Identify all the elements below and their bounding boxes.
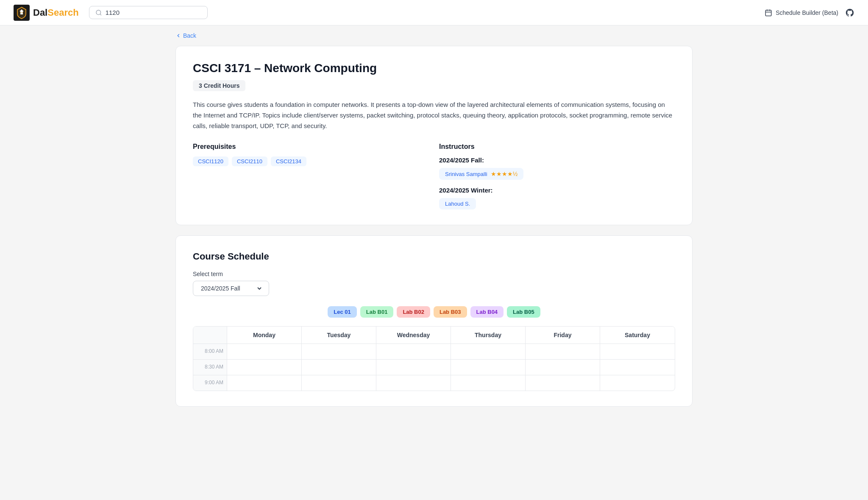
svg-rect-2 [765, 10, 771, 16]
calendar-icon [765, 9, 772, 17]
schedule-title: Course Schedule [193, 251, 675, 262]
chevron-left-icon [175, 33, 181, 39]
logo-text: DalSearch [33, 7, 79, 18]
course-info-card: CSCI 3171 – Network Computing 3 Credit H… [175, 46, 693, 225]
term-select-container: 2024/2025 Fall 2024/2025 Winter [193, 281, 269, 296]
prerequisites-section: Prerequisites CSCI1120 CSCI2110 CSCI2134 [193, 143, 429, 209]
cell-mon-800 [227, 344, 302, 359]
prereq-csci2134[interactable]: CSCI2134 [271, 156, 306, 166]
cell-fri-800 [526, 344, 600, 359]
time-800: 8:00 AM [193, 344, 227, 359]
section-tag-labb05[interactable]: Lab B05 [507, 306, 540, 318]
time-row-800: 8:00 AM [193, 344, 675, 360]
main-content: Back CSCI 3171 – Network Computing 3 Cre… [159, 25, 709, 424]
calendar-grid: Monday Tuesday Wednesday Thursday Friday… [193, 326, 675, 391]
calendar-header: Monday Tuesday Wednesday Thursday Friday… [193, 327, 675, 344]
wednesday-header: Wednesday [376, 327, 451, 344]
cell-thu-900 [451, 375, 526, 391]
search-bar-container [89, 6, 208, 19]
search-input[interactable] [106, 9, 201, 16]
prereq-csci2110[interactable]: CSCI2110 [232, 156, 267, 166]
instructors-section: Instructors 2024/2025 Fall: Srinivas Sam… [439, 143, 675, 209]
time-header [193, 327, 227, 344]
cell-sat-830 [600, 360, 675, 375]
monday-header: Monday [227, 327, 302, 344]
cell-thu-830 [451, 360, 526, 375]
prereq-tags: CSCI1120 CSCI2110 CSCI2134 [193, 156, 429, 166]
section-tag-labb03[interactable]: Lab B03 [434, 306, 467, 318]
section-tag-labb01[interactable]: Lab B01 [360, 306, 394, 318]
fall-term-label: 2024/2025 Fall: [439, 156, 675, 164]
svg-point-1 [96, 10, 101, 15]
select-term-label: Select term [193, 271, 675, 277]
section-tag-labb02[interactable]: Lab B02 [397, 306, 430, 318]
cell-tue-800 [302, 344, 376, 359]
cell-fri-830 [526, 360, 600, 375]
section-tags: Lec 01 Lab B01 Lab B02 Lab B03 Lab B04 L… [193, 306, 675, 318]
saturday-header: Saturday [600, 327, 675, 344]
fall-instructor-stars: ★★★★½ [491, 170, 518, 177]
section-tag-labb04[interactable]: Lab B04 [470, 306, 504, 318]
github-icon[interactable] [845, 8, 854, 17]
course-description: This course gives students a foundation … [193, 100, 675, 131]
cell-tue-830 [302, 360, 376, 375]
friday-header: Friday [526, 327, 600, 344]
cell-thu-800 [451, 344, 526, 359]
course-title: CSCI 3171 – Network Computing [193, 61, 675, 75]
course-meta: Prerequisites CSCI1120 CSCI2110 CSCI2134… [193, 143, 675, 209]
logo-icon [14, 5, 30, 21]
schedule-card: Course Schedule Select term 2024/2025 Fa… [175, 235, 693, 407]
credit-hours-badge: 3 Credit Hours [193, 80, 245, 91]
time-row-830: 8:30 AM [193, 360, 675, 375]
cell-mon-830 [227, 360, 302, 375]
cell-wed-900 [376, 375, 451, 391]
cell-sat-900 [600, 375, 675, 391]
time-row-900: 9:00 AM [193, 375, 675, 391]
time-830: 8:30 AM [193, 360, 227, 375]
tuesday-header: Tuesday [302, 327, 376, 344]
instructors-label: Instructors [439, 143, 675, 151]
winter-instructor-tag[interactable]: Lahoud S. [439, 198, 476, 209]
back-link[interactable]: Back [175, 32, 693, 39]
prereq-csci1120[interactable]: CSCI1120 [193, 156, 228, 166]
header-right: Schedule Builder (Beta) [765, 8, 854, 17]
logo-area: DalSearch [14, 5, 79, 21]
cell-tue-900 [302, 375, 376, 391]
cell-wed-830 [376, 360, 451, 375]
term-select[interactable]: 2024/2025 Fall 2024/2025 Winter [199, 285, 263, 292]
header: DalSearch Schedule Builder (Beta) [0, 0, 868, 25]
winter-instructor-name: Lahoud S. [445, 201, 470, 207]
time-900: 9:00 AM [193, 375, 227, 391]
cell-fri-900 [526, 375, 600, 391]
winter-term-label: 2024/2025 Winter: [439, 187, 675, 194]
fall-instructor-tag[interactable]: Srinivas Sampalli ★★★★½ [439, 168, 523, 180]
thursday-header: Thursday [451, 327, 526, 344]
cell-mon-900 [227, 375, 302, 391]
prerequisites-label: Prerequisites [193, 143, 429, 151]
fall-instructor-name: Srinivas Sampalli [445, 171, 487, 177]
section-tag-lec01[interactable]: Lec 01 [328, 306, 356, 318]
cell-sat-800 [600, 344, 675, 359]
search-icon [95, 9, 102, 16]
schedule-builder-button[interactable]: Schedule Builder (Beta) [765, 9, 838, 17]
cell-wed-800 [376, 344, 451, 359]
